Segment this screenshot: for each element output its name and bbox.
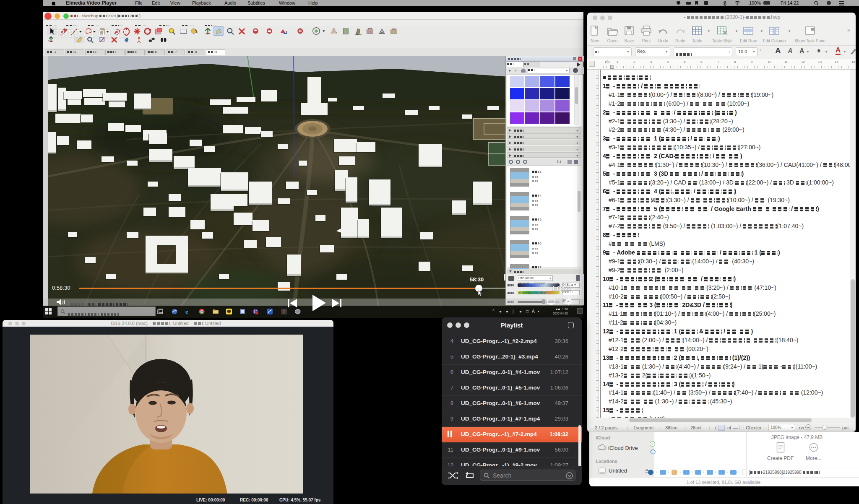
svg-text:7: 7 [282, 309, 285, 314]
svg-text:e: e [185, 309, 188, 314]
